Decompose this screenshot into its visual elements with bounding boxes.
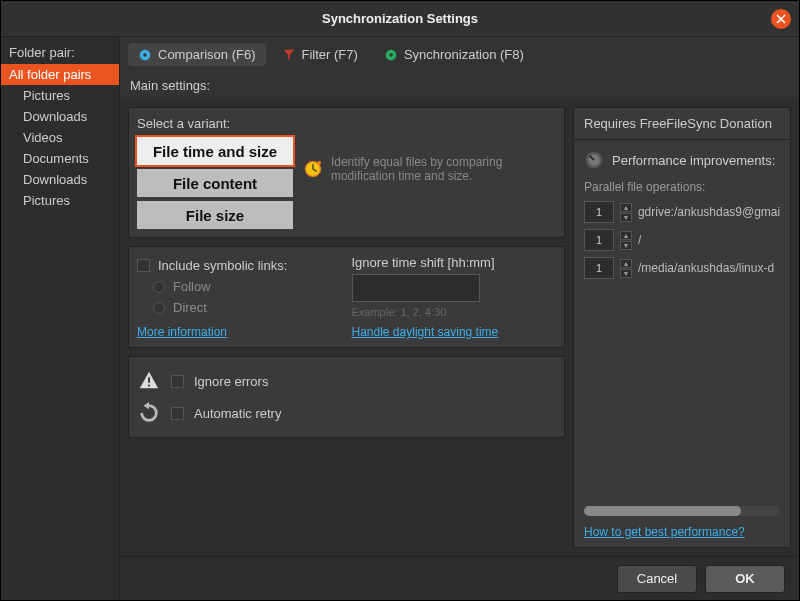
- svg-point-3: [389, 53, 393, 57]
- variant-file-time-size[interactable]: File time and size: [137, 137, 293, 165]
- checkbox-icon: [171, 407, 184, 420]
- sidebar-item-folder[interactable]: Pictures: [1, 190, 119, 211]
- parallel-count-input[interactable]: 1: [584, 229, 614, 251]
- tab-comparison[interactable]: Comparison (F6): [128, 43, 266, 66]
- options-group: Include symbolic links: Follow Direct: [128, 246, 565, 348]
- sidebar-item-folder[interactable]: Pictures: [1, 85, 119, 106]
- clock-icon: [303, 155, 323, 183]
- sidebar-item-folder[interactable]: Downloads: [1, 106, 119, 127]
- chevron-down-icon: ▼: [620, 269, 632, 278]
- variant-description: Identify equal files by comparing modifi…: [331, 155, 556, 183]
- sidebar-header: Folder pair:: [1, 41, 119, 64]
- performance-panel: Requires FreeFileSync Donation Performan…: [573, 107, 791, 548]
- parallel-count-input[interactable]: 1: [584, 201, 614, 223]
- performance-improvements-label: Performance improvements:: [612, 153, 775, 168]
- left-panel: Select a variant: File time and size Fil…: [128, 107, 565, 548]
- settings-window: Synchronization Settings Folder pair: Al…: [0, 0, 800, 601]
- timeshift-example: Example: 1, 2, 4:30: [352, 306, 557, 318]
- warning-sign-icon: [137, 369, 161, 393]
- main-panel: Comparison (F6) Filter (F7) Synchronizat…: [119, 37, 799, 600]
- tab-label: Synchronization (F8): [404, 47, 524, 62]
- titlebar: Synchronization Settings: [1, 1, 799, 37]
- symlink-follow-label: Follow: [173, 279, 211, 294]
- tab-bar: Comparison (F6) Filter (F7) Synchronizat…: [120, 37, 799, 72]
- close-button[interactable]: [771, 9, 791, 29]
- symlink-direct-label: Direct: [173, 300, 207, 315]
- parallel-op-row: 1 ▲▼ /: [584, 226, 780, 254]
- timeshift-input[interactable]: [352, 274, 480, 302]
- ignore-errors-label: Ignore errors: [194, 374, 268, 389]
- parallel-count-input[interactable]: 1: [584, 257, 614, 279]
- ok-button[interactable]: OK: [705, 565, 785, 593]
- speedometer-icon: [584, 150, 604, 170]
- folder-pair-sidebar: Folder pair: All folder pairs Pictures D…: [1, 37, 119, 600]
- sidebar-item-folder[interactable]: Documents: [1, 148, 119, 169]
- include-symlinks-row[interactable]: Include symbolic links:: [137, 255, 342, 276]
- op-path: gdrive:/ankushdas9@gmai: [638, 205, 780, 219]
- dialog-footer: Cancel OK: [120, 556, 799, 600]
- chevron-up-icon: ▲: [620, 259, 632, 268]
- sidebar-item-folder[interactable]: Videos: [1, 127, 119, 148]
- variant-buttons: File time and size File content File siz…: [137, 137, 293, 229]
- gear-icon: [138, 48, 152, 62]
- variant-group: Select a variant: File time and size Fil…: [128, 107, 565, 238]
- svg-point-5: [317, 161, 321, 165]
- spin-controls[interactable]: ▲▼: [620, 203, 632, 222]
- performance-footer: How to get best performance?: [574, 498, 790, 547]
- variant-description-block: Identify equal files by comparing modifi…: [303, 137, 556, 183]
- include-symlinks-label: Include symbolic links:: [158, 258, 287, 273]
- main-settings-label: Main settings:: [120, 72, 799, 99]
- parallel-op-row: 1 ▲▼ gdrive:/ankushdas9@gmai: [584, 198, 780, 226]
- op-path: /media/ankushdas/linux-d: [638, 261, 774, 275]
- performance-body: Parallel file operations: 1 ▲▼ gdrive:/a…: [574, 174, 790, 498]
- sidebar-item-folder[interactable]: Downloads: [1, 169, 119, 190]
- more-information-link[interactable]: More information: [137, 325, 227, 339]
- tab-label: Comparison (F6): [158, 47, 256, 62]
- checkbox-icon: [137, 259, 150, 272]
- symlink-follow-row[interactable]: Follow: [137, 276, 342, 297]
- donation-required-label: Requires FreeFileSync Donation: [574, 108, 790, 140]
- chevron-up-icon: ▲: [620, 203, 632, 212]
- best-performance-link[interactable]: How to get best performance?: [584, 525, 745, 539]
- parallel-ops-label: Parallel file operations:: [584, 180, 780, 194]
- tab-synchronization[interactable]: Synchronization (F8): [374, 43, 534, 66]
- svg-point-1: [143, 53, 147, 57]
- funnel-icon: [282, 48, 296, 62]
- content-area: Folder pair: All folder pairs Pictures D…: [1, 37, 799, 600]
- svg-rect-6: [148, 377, 150, 383]
- svg-rect-7: [148, 385, 150, 387]
- radio-icon: [153, 302, 165, 314]
- checkbox-icon: [171, 375, 184, 388]
- performance-improvements-row: Performance improvements:: [574, 140, 790, 174]
- chevron-up-icon: ▲: [620, 231, 632, 240]
- sidebar-item-all[interactable]: All folder pairs: [1, 64, 119, 85]
- horizontal-scrollbar[interactable]: [584, 506, 780, 516]
- variant-file-size[interactable]: File size: [137, 201, 293, 229]
- tab-label: Filter (F7): [302, 47, 358, 62]
- tab-filter[interactable]: Filter (F7): [272, 43, 368, 66]
- op-path: /: [638, 233, 641, 247]
- timeshift-label: Ignore time shift [hh:mm]: [352, 255, 557, 270]
- daylight-link[interactable]: Handle daylight saving time: [352, 325, 499, 339]
- chevron-down-icon: ▼: [620, 241, 632, 250]
- variant-title: Select a variant:: [137, 116, 556, 131]
- parallel-op-row: 1 ▲▼ /media/ankushdas/linux-d: [584, 254, 780, 282]
- panels: Select a variant: File time and size Fil…: [120, 99, 799, 556]
- spin-controls[interactable]: ▲▼: [620, 259, 632, 278]
- sync-gear-icon: [384, 48, 398, 62]
- symlink-direct-row[interactable]: Direct: [137, 297, 342, 318]
- close-icon: [776, 14, 786, 24]
- spin-controls[interactable]: ▲▼: [620, 231, 632, 250]
- error-group: Ignore errors Automatic retry: [128, 356, 565, 438]
- radio-icon: [153, 281, 165, 293]
- retry-arrow-icon: [137, 401, 161, 425]
- ignore-errors-row[interactable]: Ignore errors: [137, 365, 556, 397]
- automatic-retry-label: Automatic retry: [194, 406, 281, 421]
- cancel-button[interactable]: Cancel: [617, 565, 697, 593]
- symbolic-links-col: Include symbolic links: Follow Direct: [137, 255, 342, 339]
- automatic-retry-row[interactable]: Automatic retry: [137, 397, 556, 429]
- timeshift-col: Ignore time shift [hh:mm] Example: 1, 2,…: [352, 255, 557, 339]
- window-title: Synchronization Settings: [322, 11, 478, 26]
- variant-file-content[interactable]: File content: [137, 169, 293, 197]
- chevron-down-icon: ▼: [620, 213, 632, 222]
